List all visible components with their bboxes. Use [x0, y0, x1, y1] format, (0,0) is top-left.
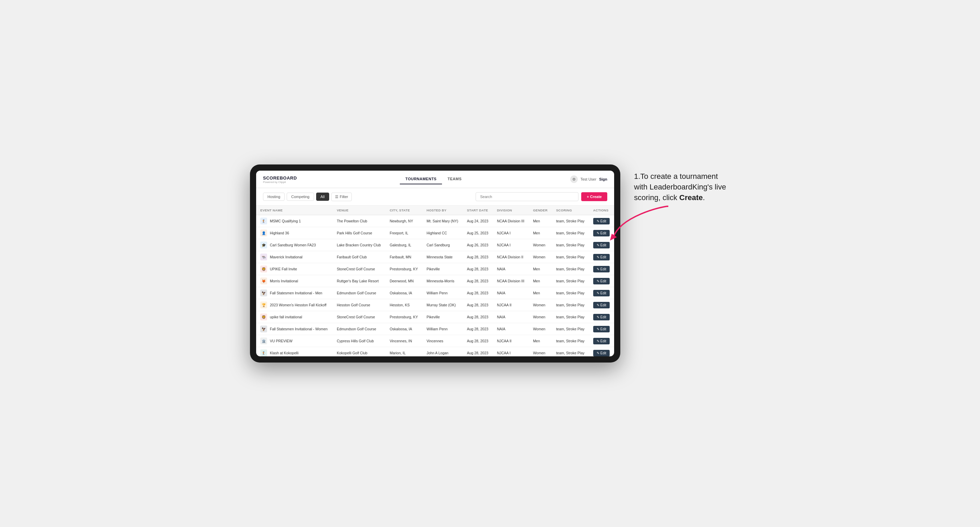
cell-actions: ✎ Edit	[589, 251, 614, 263]
cell-hosted-by: William Penn	[422, 323, 463, 335]
edit-icon: ✎	[597, 339, 600, 343]
edit-button[interactable]: ✎ Edit	[593, 350, 610, 356]
tab-tournaments[interactable]: TOURNAMENTS	[400, 174, 442, 184]
edit-icon: ✎	[597, 303, 600, 307]
cell-start-date: Aug 28, 2023	[463, 287, 493, 299]
edit-button[interactable]: ✎ Edit	[593, 266, 610, 272]
edit-button[interactable]: ✎ Edit	[593, 278, 610, 284]
filter-left: Hosting Competing All ☰ Filter	[263, 192, 352, 201]
col-hosted-by: HOSTED BY	[422, 206, 463, 215]
hosting-button[interactable]: Hosting	[263, 192, 285, 201]
create-button[interactable]: + Create	[581, 192, 607, 201]
cell-division: NAIA	[493, 263, 529, 275]
cell-gender: Women	[529, 251, 552, 263]
event-name-text: UPIKE Fall Invite	[270, 267, 297, 271]
tablet-frame: SCOREBOARD Powered by Clippit TOURNAMENT…	[250, 165, 620, 362]
all-button[interactable]: All	[316, 192, 329, 201]
filter-bar: Hosting Competing All ☰ Filter + Create	[256, 188, 614, 206]
cell-city-state: Deerwood, MN	[385, 275, 422, 287]
table-row: 🦊 Morris Invitational Ruttger's Bay Lake…	[256, 275, 614, 287]
cell-scoring: team, Stroke Play	[552, 311, 589, 323]
cell-start-date: Aug 28, 2023	[463, 335, 493, 347]
table-container: EVENT NAME VENUE CITY, STATE HOSTED BY S…	[256, 206, 614, 356]
event-icon: 🦅	[260, 325, 267, 332]
event-icon: 🎓	[260, 241, 267, 248]
table-row: 🎓 Carl Sandburg Women FA23 Lake Bracken …	[256, 239, 614, 251]
table-row: 🏛️ VU PREVIEW Cypress Hills Golf Club Vi…	[256, 335, 614, 347]
col-scoring: SCORING	[552, 206, 589, 215]
event-name-text: Maverick Invitational	[270, 255, 302, 259]
cell-event-name: 🏆 2023 Women's Hesston Fall Kickoff	[256, 299, 332, 311]
cell-venue: Cypress Hills Golf Club	[332, 335, 385, 347]
cell-scoring: team, Stroke Play	[552, 239, 589, 251]
cell-city-state: Marion, IL	[385, 347, 422, 357]
table-row: 🐃 Maverick Invitational Faribault Golf C…	[256, 251, 614, 263]
edit-button[interactable]: ✎ Edit	[593, 254, 610, 260]
edit-button[interactable]: ✎ Edit	[593, 290, 610, 297]
edit-button[interactable]: ✎ Edit	[593, 314, 610, 321]
event-name-text: Carl Sandburg Women FA23	[270, 243, 316, 247]
cell-start-date: Aug 28, 2023	[463, 323, 493, 335]
event-name-text: MSMC Qualifying 1	[270, 219, 301, 223]
cell-venue: The Powelton Club	[332, 215, 385, 227]
app-header: SCOREBOARD Powered by Clippit TOURNAMENT…	[256, 171, 614, 188]
cell-start-date: Aug 28, 2023	[463, 347, 493, 357]
cell-start-date: Aug 26, 2023	[463, 239, 493, 251]
edit-icon: ✎	[597, 243, 600, 247]
cell-scoring: team, Stroke Play	[552, 251, 589, 263]
cell-division: NJCAA II	[493, 299, 529, 311]
cell-gender: Women	[529, 239, 552, 251]
sign-in-link[interactable]: Sign	[599, 177, 607, 181]
cell-hosted-by: Highland CC	[422, 227, 463, 239]
event-icon: 🦅	[260, 289, 267, 297]
table-header-row: EVENT NAME VENUE CITY, STATE HOSTED BY S…	[256, 206, 614, 215]
logo-subtitle: Powered by Clippit	[263, 181, 297, 184]
tab-teams[interactable]: TEAMS	[442, 174, 467, 184]
cell-division: NJCAA I	[493, 239, 529, 251]
cell-gender: Women	[529, 347, 552, 357]
event-icon: 🦁	[260, 314, 267, 321]
event-icon: 🏌️	[260, 349, 267, 356]
cell-division: NAIA	[493, 311, 529, 323]
cell-scoring: team, Stroke Play	[552, 323, 589, 335]
tablet-screen: SCOREBOARD Powered by Clippit TOURNAMENT…	[256, 171, 614, 356]
cell-division: NCAA Division III	[493, 275, 529, 287]
table-row: 🦅 Fall Statesmen Invitational - Men Edmu…	[256, 287, 614, 299]
filter-button[interactable]: ☰ Filter	[331, 192, 352, 201]
cell-scoring: team, Stroke Play	[552, 299, 589, 311]
logo-title: SCOREBOARD	[263, 175, 297, 181]
cell-gender: Men	[529, 263, 552, 275]
cell-city-state: Prestonsburg, KY	[385, 311, 422, 323]
cell-city-state: Faribault, MN	[385, 251, 422, 263]
edit-button[interactable]: ✎ Edit	[593, 302, 610, 308]
cell-division: NJCAA II	[493, 335, 529, 347]
cell-start-date: Aug 28, 2023	[463, 311, 493, 323]
nav-tabs: TOURNAMENTS TEAMS	[400, 174, 467, 184]
event-icon: 🦁	[260, 265, 267, 272]
table-row: 🦁 UPIKE Fall Invite StoneCrest Golf Cour…	[256, 263, 614, 275]
edit-button[interactable]: ✎ Edit	[593, 338, 610, 344]
cell-start-date: Aug 28, 2023	[463, 299, 493, 311]
instruction-text-end: .	[703, 193, 705, 202]
event-name-text: Fall Statesmen Invitational - Women	[270, 327, 328, 331]
cell-hosted-by: Minnesota-Morris	[422, 275, 463, 287]
cell-scoring: team, Stroke Play	[552, 275, 589, 287]
col-division: DIVISION	[493, 206, 529, 215]
cell-start-date: Aug 25, 2023	[463, 227, 493, 239]
cell-venue: Kokopelli Golf Club	[332, 347, 385, 357]
competing-button[interactable]: Competing	[287, 192, 314, 201]
settings-icon[interactable]: ⚙	[570, 175, 578, 183]
cell-scoring: team, Stroke Play	[552, 215, 589, 227]
edit-icon: ✎	[597, 291, 600, 295]
event-name-text: upike fall invitational	[270, 315, 302, 319]
cell-gender: Women	[529, 299, 552, 311]
event-icon: 👤	[260, 230, 267, 237]
col-city-state: CITY, STATE	[385, 206, 422, 215]
edit-icon: ✎	[597, 255, 600, 259]
cell-division: NJCAA I	[493, 227, 529, 239]
edit-button[interactable]: ✎ Edit	[593, 326, 610, 332]
instruction-text: 1.To create a tournament with Leaderboar…	[634, 171, 730, 203]
search-input[interactable]	[476, 192, 579, 201]
cell-actions: ✎ Edit	[589, 275, 614, 287]
cell-start-date: Aug 24, 2023	[463, 215, 493, 227]
